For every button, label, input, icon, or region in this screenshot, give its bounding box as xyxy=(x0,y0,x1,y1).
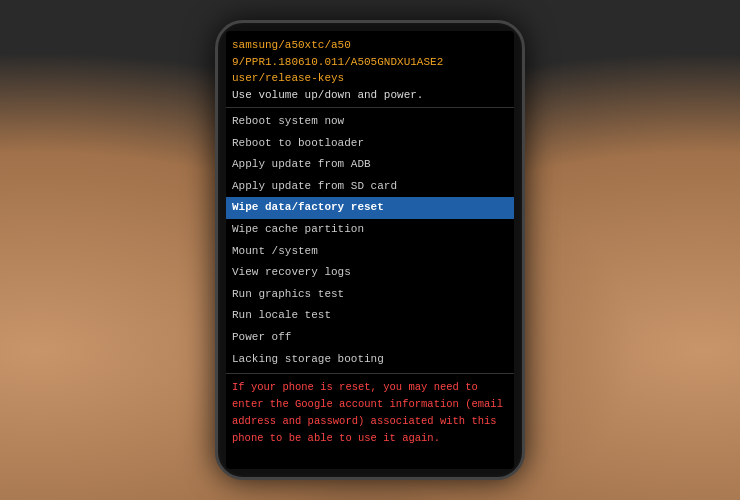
instructions-line: Use volume up/down and power. xyxy=(232,87,508,104)
screen-content: samsung/a50xtc/a50 9/PPR1.180610.011/A50… xyxy=(226,31,514,469)
menu-item-wipe-data[interactable]: Wipe data/factory reset xyxy=(226,197,514,219)
scene: samsung/a50xtc/a50 9/PPR1.180610.011/A50… xyxy=(0,0,740,500)
phone-frame: samsung/a50xtc/a50 9/PPR1.180610.011/A50… xyxy=(215,20,525,480)
menu-item-graphics-test[interactable]: Run graphics test xyxy=(226,284,514,306)
phone-screen: samsung/a50xtc/a50 9/PPR1.180610.011/A50… xyxy=(226,31,514,469)
menu-item-mount-system[interactable]: Mount /system xyxy=(226,241,514,263)
menu-item-apply-sd[interactable]: Apply update from SD card xyxy=(226,176,514,198)
menu-item-wipe-cache[interactable]: Wipe cache partition xyxy=(226,219,514,241)
volume-down-button xyxy=(523,208,525,248)
device-info-header: samsung/a50xtc/a50 9/PPR1.180610.011/A50… xyxy=(226,35,514,108)
device-model-line: samsung/a50xtc/a50 xyxy=(232,37,508,54)
build-number-line: 9/PPR1.180610.011/A505GNDXU1ASE2 xyxy=(232,54,508,71)
recovery-menu: Reboot system now Reboot to bootloader A… xyxy=(226,108,514,374)
release-keys-line: user/release-keys xyxy=(232,70,508,87)
warning-message: If your phone is reset, you may need to … xyxy=(232,379,508,446)
menu-item-reboot-system[interactable]: Reboot system now xyxy=(226,111,514,133)
menu-item-apply-adb[interactable]: Apply update from ADB xyxy=(226,154,514,176)
menu-item-power-off[interactable]: Power off xyxy=(226,327,514,349)
menu-item-reboot-bootloader[interactable]: Reboot to bootloader xyxy=(226,133,514,155)
volume-up-button xyxy=(523,158,525,198)
menu-item-locale-test[interactable]: Run locale test xyxy=(226,305,514,327)
volume-button xyxy=(215,143,217,178)
menu-item-view-logs[interactable]: View recovery logs xyxy=(226,262,514,284)
menu-item-lacking-storage[interactable]: Lacking storage booting xyxy=(226,349,514,371)
warning-section: If your phone is reset, you may need to … xyxy=(226,374,514,465)
power-button xyxy=(523,123,525,148)
